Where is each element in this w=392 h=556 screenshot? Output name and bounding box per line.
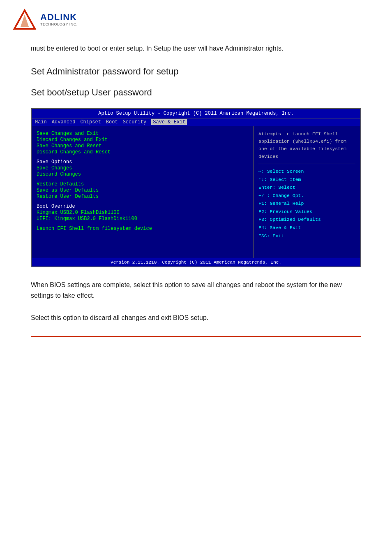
discard-description: Select this option to discard all change… xyxy=(31,313,361,323)
bios-body: Save Changes and Exit Discard Changes an… xyxy=(32,126,360,258)
logo-adlink-label: ADLINK xyxy=(40,12,78,22)
user-password-heading: Set boot/setup User password xyxy=(31,87,361,98)
main-content: must be entered to boot or enter setup. … xyxy=(0,39,392,349)
bios-nav-save-exit[interactable]: Save & Exit xyxy=(151,119,187,125)
bios-menu-discard-changes[interactable]: Discard Changes xyxy=(37,171,248,177)
bios-menu-save-options-label: Save Options xyxy=(37,159,248,165)
bios-footer: Version 2.11.1210. Copyright (C) 2011 Am… xyxy=(32,258,360,266)
logo-text: ADLINK TECHNOLOGY INC. xyxy=(40,12,78,26)
bios-nav-security[interactable]: Security xyxy=(123,119,147,125)
bios-legend-enter: Enter: Select xyxy=(258,183,355,192)
bios-menu-boot-override-label: Boot Override xyxy=(37,204,248,209)
bios-legend-esc: ESC: Exit xyxy=(258,232,355,240)
bios-legend-change-opt: +/-: Change Opt. xyxy=(258,192,355,200)
bios-right-description: Attempts to Launch EFI Shell application… xyxy=(258,130,355,161)
bios-legend: ↔: Select Screen ↑↓: Select Item Enter: … xyxy=(258,167,355,240)
bios-menu-save-reset[interactable]: Save Changes and Reset xyxy=(37,143,248,149)
bios-menu-save-exit[interactable]: Save Changes and Exit xyxy=(37,131,248,137)
bios-menu-discard-reset[interactable]: Discard Changes and Reset xyxy=(37,149,248,155)
page-bottom-divider xyxy=(31,336,361,337)
bios-menu-launch-efi[interactable]: Launch EFI Shell from filesystem device xyxy=(37,226,248,232)
bios-legend-f1: F1: General Help xyxy=(258,199,355,208)
bios-right-divider xyxy=(258,164,355,164)
bios-menu-uefi-kingmax[interactable]: UEFI: Kingmax USB2.0 FlashDisk1100 xyxy=(37,216,248,222)
adlink-logo-icon xyxy=(12,8,37,31)
bios-legend-f4: F4: Save & Exit xyxy=(258,224,355,232)
bios-legend-select-item: ↑↓: Select Item xyxy=(258,176,355,184)
bios-nav-main[interactable]: Main xyxy=(35,119,47,125)
admin-password-heading: Set Administrator password for setup xyxy=(31,66,361,77)
bios-nav-advanced[interactable]: Advanced xyxy=(52,119,76,125)
bios-legend-select-screen: ↔: Select Screen xyxy=(258,167,355,176)
bios-screenshot: Aptio Setup Utility - Copyright (C) 2011… xyxy=(31,108,361,267)
bios-menu-save-changes[interactable]: Save Changes xyxy=(37,165,248,171)
bios-title: Aptio Setup Utility - Copyright (C) 2011… xyxy=(32,109,360,118)
bios-menu-kingmax-usb[interactable]: Kingmax USB2.0 FlashDisk1100 xyxy=(37,210,248,215)
bios-right-panel: Attempts to Launch EFI Shell application… xyxy=(254,126,360,258)
bios-menu-save-user-defaults[interactable]: Save as User Defaults xyxy=(37,188,248,193)
bios-menu-restore-defaults[interactable]: Restore Defaults xyxy=(37,181,248,187)
bios-nav-chipset[interactable]: Chipset xyxy=(80,119,101,125)
bios-legend-f3: F3: Optimized Defaults xyxy=(258,215,355,224)
page-header: ADLINK TECHNOLOGY INC. xyxy=(0,0,392,39)
logo: ADLINK TECHNOLOGY INC. xyxy=(12,8,78,31)
bios-nav-bar: Main Advanced Chipset Boot Security Save… xyxy=(32,118,360,126)
bios-complete-description: When BIOS settings are complete, select … xyxy=(31,280,361,301)
bios-menu-restore-user-defaults[interactable]: Restore User Defaults xyxy=(37,194,248,199)
bios-legend-f2: F2: Previous Values xyxy=(258,208,355,216)
bios-left-panel: Save Changes and Exit Discard Changes an… xyxy=(32,126,254,258)
bios-menu-discard-exit[interactable]: Discard Changes and Exit xyxy=(37,137,248,143)
intro-paragraph: must be entered to boot or enter setup. … xyxy=(31,43,361,54)
bios-nav-boot[interactable]: Boot xyxy=(106,119,118,125)
logo-subtitle: TECHNOLOGY INC. xyxy=(40,23,78,27)
